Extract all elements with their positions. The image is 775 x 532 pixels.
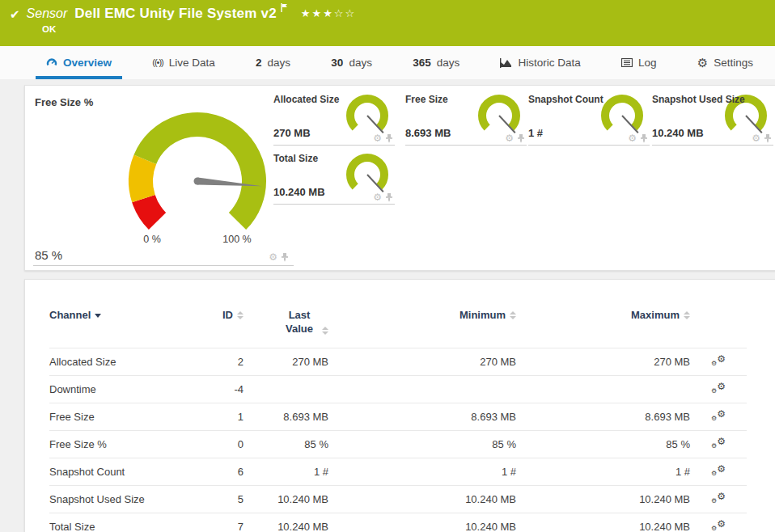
sort-toggle-icon xyxy=(684,311,690,319)
tab-strip: Overview((•))Live Data2days30days365days… xyxy=(0,46,775,79)
edit-channel-button[interactable]: ⚙⚙ xyxy=(711,437,726,450)
tab-label: Log xyxy=(638,57,657,69)
gears-icon-small: ⚙ xyxy=(711,361,717,367)
channel-row-downtime: Downtime-4⚙⚙ xyxy=(49,375,747,403)
priority-stars[interactable]: ★★★☆☆ xyxy=(301,7,356,19)
channel-id: 7 xyxy=(199,513,244,532)
edit-channel-button[interactable]: ⚙⚙ xyxy=(711,409,726,422)
channel-id: 1 xyxy=(199,403,244,430)
status-badge: OK xyxy=(42,24,56,34)
column-label: Channel xyxy=(49,309,91,321)
tab-2-days[interactable]: 2days xyxy=(245,46,301,79)
gauge-title: Free Size % xyxy=(35,96,93,108)
channel-last-value: 10.240 MB xyxy=(244,485,328,513)
gauge-title: Snapshot Count xyxy=(528,94,603,105)
gears-icon: ⚙ xyxy=(717,464,726,474)
gauge-value: 270 MB xyxy=(273,127,311,139)
gears-icon-small: ⚙ xyxy=(711,526,717,532)
gauge-value: 10.240 MB xyxy=(273,186,325,198)
channel-row-snapshot-used-size: Snapshot Used Size510.240 MB10.240 MB10.… xyxy=(49,485,747,513)
tab-label: days xyxy=(437,57,460,69)
tab-overview[interactable]: Overview xyxy=(36,46,122,79)
tab-settings[interactable]: ⚙Settings xyxy=(687,46,764,79)
tab-label: Settings xyxy=(714,57,753,69)
tab-label: days xyxy=(268,57,291,69)
edit-channel-button[interactable]: ⚙⚙ xyxy=(711,464,726,477)
gauge-title: Snapshot Used Size xyxy=(652,94,745,105)
channel-id: 2 xyxy=(199,348,244,375)
gauge-icon xyxy=(46,57,57,69)
channel-minimum: 1 # xyxy=(328,458,516,485)
channel-maximum: 10.240 MB xyxy=(516,513,690,532)
channel-minimum: 270 MB xyxy=(328,348,516,375)
channel-row-total-size: Total Size710.240 MB10.240 MB10.240 MB⚙⚙ xyxy=(49,513,747,532)
channel-name: Downtime xyxy=(49,375,199,403)
sort-desc-icon xyxy=(95,314,101,318)
gears-icon-small: ⚙ xyxy=(711,388,717,395)
edit-channel-button[interactable]: ⚙⚙ xyxy=(711,382,726,395)
gauge-value: 85 % xyxy=(35,248,62,262)
pin-gauge-icon[interactable] xyxy=(281,253,289,262)
channel-id: -4 xyxy=(199,375,244,403)
gauge-tile-total-size: Total Size10.240 MB⚙ xyxy=(273,150,395,205)
gauge-tile-snapshot-used-size: Snapshot Used Size10.240 MB⚙ xyxy=(652,91,773,146)
status-ok-check-icon: ✔ xyxy=(10,7,20,22)
gauge-value: 8.693 MB xyxy=(405,127,451,139)
channel-name: Allocated Size xyxy=(49,348,199,375)
channel-last-value: 10.240 MB xyxy=(244,513,328,532)
column-header-id[interactable]: ID xyxy=(199,304,244,348)
gauge-tile-snapshot-count: Snapshot Count1 #⚙ xyxy=(528,91,650,146)
channel-maximum: 8.693 MB xyxy=(516,403,690,430)
gauge-title: Total Size xyxy=(273,153,318,164)
object-kind-label: Sensor xyxy=(27,6,68,21)
edit-channel-button[interactable]: ⚙⚙ xyxy=(711,492,726,505)
gears-icon: ⚙ xyxy=(717,519,726,529)
column-label: Minimum xyxy=(459,309,506,321)
column-header-maximum[interactable]: Maximum xyxy=(516,304,690,348)
channel-row-free-size-pct: Free Size %085 %85 %85 %⚙⚙ xyxy=(49,430,747,458)
column-header-channel[interactable]: Channel xyxy=(49,304,199,348)
channel-minimum xyxy=(328,375,516,403)
channel-maximum: 10.240 MB xyxy=(516,485,690,513)
mini-gauge xyxy=(343,152,395,204)
column-label: Last Value xyxy=(281,309,318,336)
priority-flag-icon[interactable] xyxy=(281,1,288,15)
channel-last-value: 8.693 MB xyxy=(244,403,328,430)
channel-last-value: 1 # xyxy=(244,458,328,485)
gears-icon-small: ⚙ xyxy=(711,498,717,505)
column-header-last-value[interactable]: Last Value xyxy=(244,304,328,348)
sort-toggle-icon xyxy=(237,311,244,319)
tab-number: 30 xyxy=(331,57,343,69)
tab-historic-data[interactable]: Historic Data xyxy=(489,46,591,79)
mini-gauge xyxy=(475,93,527,145)
channel-name: Snapshot Used Size xyxy=(49,485,199,513)
column-header-minimum[interactable]: Minimum xyxy=(328,304,516,348)
tab-365-days[interactable]: 365days xyxy=(402,46,470,79)
sort-toggle-icon xyxy=(322,327,328,335)
edit-channel-button[interactable]: ⚙⚙ xyxy=(711,354,726,367)
tab-label: Overview xyxy=(63,57,112,69)
channel-maximum: 1 # xyxy=(516,458,690,485)
live-data-icon: ((•)) xyxy=(152,58,163,67)
channels-table: ChannelIDLast ValueMinimumMaximum Alloca… xyxy=(49,304,747,532)
tab-number: 2 xyxy=(256,57,262,69)
gears-icon-small: ⚙ xyxy=(711,443,717,450)
gauge-tile-free-size-percent: Free Size % 0 % 100 % 85 % ⚙ xyxy=(33,92,294,266)
gauge-min-label: 0 % xyxy=(128,234,176,245)
edit-channel-button[interactable]: ⚙⚙ xyxy=(711,519,726,532)
channel-name: Free Size xyxy=(49,403,199,430)
channel-name: Snapshot Count xyxy=(49,458,199,485)
gauge-settings-icon[interactable]: ⚙ xyxy=(269,252,277,262)
channel-id: 5 xyxy=(199,485,244,513)
tab-log[interactable]: Log xyxy=(611,46,667,79)
channel-last-value: 85 % xyxy=(244,430,328,458)
edit-cell: ⚙⚙ xyxy=(690,403,747,430)
gauge-value: 1 # xyxy=(528,127,543,139)
channel-row-snapshot-count: Snapshot Count61 #1 #1 #⚙⚙ xyxy=(49,458,747,485)
gauge-title: Allocated Size xyxy=(273,94,339,105)
settings-icon: ⚙ xyxy=(697,57,708,69)
tab-30-days[interactable]: 30days xyxy=(320,46,383,79)
channel-minimum: 10.240 MB xyxy=(328,485,516,513)
gauge-value: 10.240 MB xyxy=(652,127,704,139)
tab-live-data[interactable]: ((•))Live Data xyxy=(142,46,226,79)
